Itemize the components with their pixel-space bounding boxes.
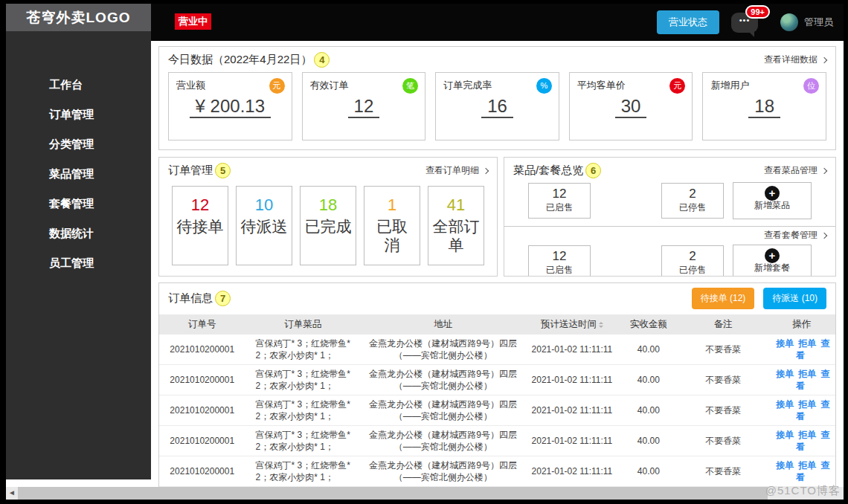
sidebar-item[interactable]: 菜品管理	[6, 159, 151, 189]
stat-cards-row: 营业额 元 ¥ 200.13 有效订单 笔 12 订单完成率	[159, 70, 835, 149]
reject-order-link[interactable]: 拒单	[798, 369, 816, 379]
sidebar-item[interactable]: 套餐管理	[6, 189, 151, 219]
chevron-right-icon	[821, 167, 827, 173]
cell-eta: 2021-01-02 11:11:11	[525, 395, 619, 426]
dish-overview-title: 菜品/套餐总览	[513, 164, 583, 178]
accept-order-link[interactable]: 接单	[776, 430, 794, 440]
combo-stat-box: 2 已停售	[661, 245, 724, 277]
accept-order-link[interactable]: 接单	[776, 399, 794, 410]
dish-combo-overview-panel: 菜品/套餐总览 6 查看菜品管理 12	[504, 157, 836, 277]
cell-order-no: 2021010200001	[159, 426, 245, 456]
unit-badge-icon: 元	[269, 78, 285, 94]
accept-order-link[interactable]: 接单	[776, 338, 794, 349]
add-combo-button[interactable]: + 新增套餐	[733, 245, 812, 277]
order-status-count: 41	[428, 196, 484, 215]
plus-icon: +	[765, 248, 780, 263]
stat-card-value: 30	[577, 96, 685, 117]
stat-card-label: 营业额	[176, 79, 284, 92]
window-frame: 苍穹外卖LOGO 营业中 营业状态 ••• 99+ 管理员 工作台 订单管理 分…	[0, 0, 848, 504]
stat-card-value: 12	[310, 96, 418, 117]
view-combo-management-link[interactable]: 查看套餐管理	[764, 229, 826, 242]
order-overview-title: 订单管理	[168, 164, 213, 178]
reject-order-link[interactable]: 拒单	[798, 460, 816, 471]
cell-actions: 接单拒单查看	[768, 395, 835, 426]
accept-order-link[interactable]: 接单	[776, 369, 794, 379]
sidebar-item[interactable]: 工作台	[6, 70, 151, 100]
order-status-label: 已完成	[301, 217, 356, 236]
reject-order-link[interactable]: 拒单	[798, 399, 816, 410]
reject-order-link[interactable]: 拒单	[798, 430, 816, 440]
sidebar-item[interactable]: 数据统计	[6, 219, 151, 248]
cell-eta: 2021-01-02 11:11:11	[525, 456, 619, 487]
order-status-box[interactable]: 41 全部订单	[428, 186, 484, 265]
view-dish-management-link[interactable]: 查看菜品管理	[764, 164, 826, 177]
scrollbar-thumb[interactable]	[18, 487, 768, 500]
table-row: 2021010200001 宫保鸡丁* 3；红烧带鱼* 2；农家小炒肉* 1； …	[159, 426, 835, 456]
cell-actions: 接单拒单查看	[768, 365, 835, 395]
unit-badge-icon: 位	[803, 78, 819, 94]
avatar[interactable]	[780, 13, 798, 31]
tab-pending-delivery[interactable]: 待派送 (10)	[763, 288, 826, 309]
cell-dishes: 宫保鸡丁* 3；红烧带鱼* 2；农家小炒肉* 1；	[245, 365, 362, 395]
dish-stat-label: 已启售	[529, 201, 590, 214]
combo-stat-label: 已停售	[662, 264, 723, 277]
order-status-box[interactable]: 1 已取消	[364, 186, 420, 265]
annotation-circle-5: 5	[215, 163, 231, 178]
orders-table: 订单号 订单菜品 地址 预计送达时间 实收金额 备注 操作	[159, 314, 835, 487]
sidebar-item[interactable]: 订单管理	[6, 100, 151, 129]
sidebar-item[interactable]: 员工管理	[6, 248, 151, 278]
sidebar-item[interactable]: 分类管理	[6, 129, 151, 159]
order-status-label: 待派送	[237, 217, 292, 236]
table-row: 2021010200001 宫保鸡丁* 3；红烧带鱼* 2；农家小炒肉* 1； …	[159, 365, 835, 395]
combo-stat-box: 12 已启售	[528, 245, 591, 277]
stat-card: 订单完成率 % 16	[435, 72, 559, 140]
view-detail-data-link[interactable]: 查看详细数据	[764, 54, 826, 66]
notification-count-badge: 99+	[745, 5, 770, 19]
cell-remark: 不要香菜	[678, 456, 768, 487]
cell-order-no: 2021010200001	[159, 456, 245, 487]
cell-remark: 不要香菜	[678, 426, 768, 456]
chevron-right-icon	[483, 167, 489, 173]
view-order-detail-link[interactable]: 查看订单明细	[425, 164, 488, 177]
notifications-icon[interactable]: ••• 99+	[731, 13, 758, 33]
add-dish-button[interactable]: + 新增菜品	[733, 182, 812, 219]
stat-card: 平均客单价 元 30	[569, 72, 693, 140]
order-status-count: 10	[237, 196, 292, 215]
sidebar: 工作台 订单管理 分类管理 菜品管理 套餐管理 数据统计 员工管理	[6, 31, 151, 479]
col-amount: 实收金额	[619, 314, 678, 335]
stat-card-value: 18	[710, 96, 818, 117]
tab-pending-orders[interactable]: 待接单 (12)	[692, 288, 755, 309]
plus-icon: +	[765, 186, 780, 201]
cell-amount: 40.00	[619, 426, 678, 456]
col-order-no: 订单号	[159, 314, 245, 335]
dish-stat-box: 12 已启售	[528, 183, 591, 219]
add-combo-label: 新增套餐	[733, 262, 811, 274]
business-status-button[interactable]: 营业状态	[657, 10, 719, 34]
col-eta[interactable]: 预计送达时间	[525, 314, 619, 335]
user-name[interactable]: 管理员	[804, 16, 833, 29]
stat-card: 新增用户 位 18	[702, 72, 826, 140]
order-overview-header: 订单管理 5 查看订单明细	[159, 158, 497, 181]
scroll-left-arrow-icon[interactable]: ◄	[8, 488, 16, 497]
dish-overview-header: 菜品/套餐总览 6 查看菜品管理	[504, 158, 835, 181]
business-open-badge: 营业中	[175, 13, 211, 30]
main-content: 今日数据（2022年4月22日） 4 查看详细数据 营业额 元 ¥ 200.13	[151, 41, 844, 498]
cell-order-no: 2021010200001	[159, 335, 245, 365]
cell-address: 金燕龙办公楼（建材城西路9号）四层（——宾馆北侧办公楼）	[361, 395, 525, 426]
cell-actions: 接单拒单查看	[768, 335, 835, 365]
order-status-box[interactable]: 10 待派送	[236, 186, 292, 265]
accept-order-link[interactable]: 接单	[776, 460, 794, 471]
order-tabs: 待接单 (12) 待派送 (10)	[692, 288, 826, 309]
view-order-detail-label: 查看订单明细	[425, 164, 479, 177]
horizontal-scrollbar[interactable]: ◄	[6, 487, 844, 500]
sort-icon[interactable]	[599, 320, 603, 330]
cell-address: 金燕龙办公楼（建材城西路9号）四层（——宾馆北侧办公楼）	[361, 365, 525, 395]
chevron-right-icon	[821, 232, 827, 238]
cell-dishes: 宫保鸡丁* 3；红烧带鱼* 2；农家小炒肉* 1；	[245, 456, 362, 487]
cell-remark: 不要香菜	[678, 395, 768, 426]
cell-eta: 2021-01-02 11:11:11	[525, 335, 619, 365]
order-status-box[interactable]: 12 待接单	[172, 186, 228, 265]
reject-order-link[interactable]: 拒单	[798, 338, 816, 349]
order-status-box[interactable]: 18 已完成	[300, 186, 356, 265]
cell-amount: 40.00	[619, 335, 678, 365]
